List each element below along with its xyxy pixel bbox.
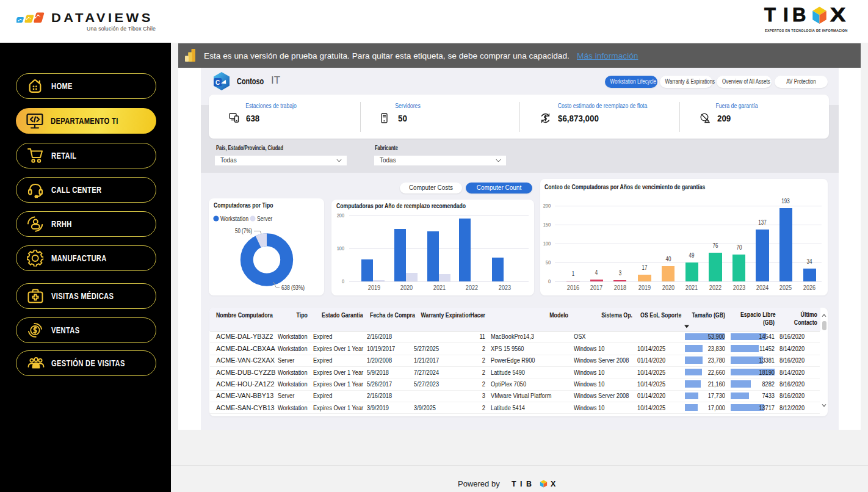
svg-text:Workstation: Workstation — [220, 215, 248, 222]
svg-text:50 (7%): 50 (7%) — [235, 227, 252, 234]
svg-text:638 (93%): 638 (93%) — [281, 284, 305, 291]
svg-text:C: C — [215, 79, 220, 86]
svg-text:Server: Server — [257, 215, 272, 222]
